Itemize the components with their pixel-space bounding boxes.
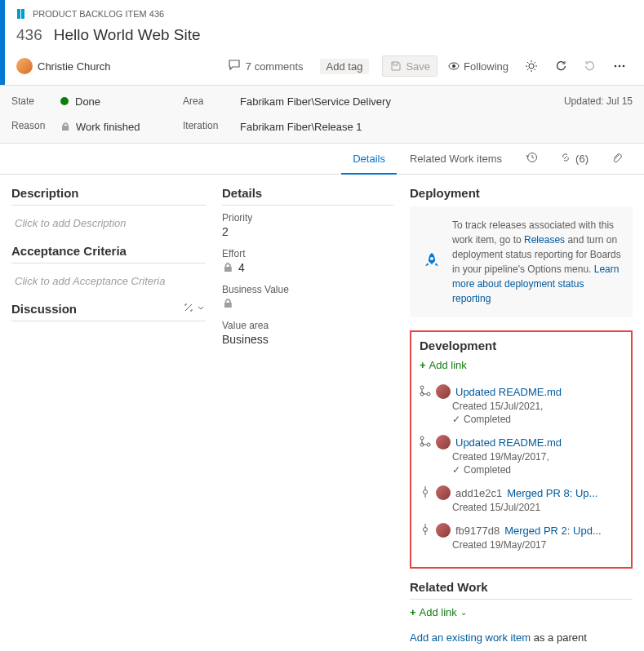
priority-label: Priority: [222, 212, 393, 224]
undo-button[interactable]: [577, 56, 603, 76]
author-avatar[interactable]: [16, 58, 33, 74]
reason-value[interactable]: 🔒︎Work finished: [60, 121, 183, 133]
plus-icon: +: [420, 359, 426, 371]
work-item-id: 436: [16, 26, 42, 44]
svg-point-13: [420, 436, 424, 440]
svg-point-16: [424, 489, 428, 494]
add-dev-link-button[interactable]: +Add link: [420, 359, 623, 371]
eye-icon: [447, 60, 460, 73]
user-avatar: [436, 523, 451, 538]
details-heading: Details: [222, 186, 393, 206]
links-count: (6): [575, 153, 588, 165]
releases-link[interactable]: Releases: [524, 234, 565, 246]
tab-attachments[interactable]: [600, 143, 633, 175]
add-parent-link[interactable]: Add an existing work item: [410, 631, 531, 644]
user-avatar: [436, 384, 451, 399]
effort-value[interactable]: 🔒︎4: [222, 261, 393, 274]
commit-icon: [420, 524, 431, 538]
development-heading: Development: [420, 339, 623, 352]
dev-status: Completed: [464, 414, 511, 425]
dev-link[interactable]: Merged PR 2: Upd...: [504, 525, 602, 537]
updated-text: Updated: Jul 15: [564, 95, 633, 133]
work-item-type: PRODUCT BACKLOG ITEM 436: [16, 8, 633, 20]
deployment-info: To track releases associated with this w…: [410, 206, 633, 317]
dev-item: Updated README.md Created 15/Jul/2021, ✓…: [420, 379, 623, 430]
follow-button[interactable]: Following: [441, 56, 515, 76]
check-icon: ✓: [452, 414, 460, 425]
related-heading: Related Work: [410, 580, 633, 600]
dev-created: Created 15/Jul/2021: [452, 502, 623, 513]
add-tag-button[interactable]: Add tag: [320, 59, 370, 74]
area-label: Area: [183, 95, 240, 107]
svg-rect-1: [21, 9, 24, 19]
dev-created: Created 15/Jul/2021,: [452, 401, 623, 412]
dev-created: Created 19/May/2017,: [452, 451, 623, 463]
svg-point-9: [430, 257, 433, 260]
svg-point-15: [427, 443, 430, 446]
lock-icon: 🔒︎: [222, 261, 233, 274]
work-item-title[interactable]: Hello World Web Site: [54, 26, 201, 44]
chevron-down-icon[interactable]: [196, 302, 206, 316]
follow-label: Following: [464, 60, 509, 73]
dev-item: fb9177d8 Merged PR 2: Upd... Created 19/…: [420, 518, 623, 556]
dev-status: Completed: [464, 464, 511, 476]
svg-point-12: [427, 392, 430, 396]
comments-button[interactable]: 7 comments: [228, 59, 304, 74]
area-value[interactable]: Fabrikam Fiber\Service Delivery: [240, 95, 391, 108]
svg-rect-0: [17, 9, 20, 19]
discussion-heading: Discussion: [11, 302, 77, 316]
pr-icon: [420, 436, 431, 450]
dev-item: Updated README.md Created 19/May/2017, ✓…: [420, 430, 623, 480]
priority-value[interactable]: 2: [222, 225, 393, 238]
more-button[interactable]: [606, 56, 633, 76]
va-value[interactable]: Business: [222, 333, 393, 346]
user-avatar: [436, 485, 451, 500]
iteration-label: Iteration: [183, 120, 240, 131]
add-related-link-button[interactable]: +Add link ⌄: [410, 606, 633, 618]
reason-label: Reason: [11, 120, 60, 131]
bv-label: Business Value: [222, 284, 393, 295]
comments-label: 7 comments: [246, 60, 304, 73]
pbi-icon: [16, 8, 28, 20]
type-label: PRODUCT BACKLOG ITEM 436: [33, 9, 164, 19]
va-label: Value area: [222, 320, 393, 331]
dev-created: Created 19/May/2017: [452, 539, 623, 551]
state-dot-icon: [60, 97, 69, 105]
tab-details[interactable]: Details: [341, 144, 397, 175]
state-label: State: [11, 95, 60, 107]
pr-icon: [420, 385, 431, 399]
description-field[interactable]: Click to add Description: [11, 212, 206, 244]
chevron-down-icon: ⌄: [460, 608, 467, 617]
plus-icon: +: [410, 606, 416, 618]
acceptance-field[interactable]: Click to add Acceptance Criteria: [11, 270, 206, 302]
check-icon: ✓: [452, 464, 460, 476]
tab-history[interactable]: [515, 143, 548, 175]
description-heading: Description: [11, 186, 206, 206]
tab-links[interactable]: (6): [549, 143, 598, 175]
acceptance-heading: Acceptance Criteria: [11, 244, 206, 264]
iteration-value[interactable]: Fabrikam Fiber\Release 1: [240, 121, 391, 133]
commit-hash: add1e2c1: [455, 487, 502, 499]
save-button[interactable]: Save: [382, 55, 437, 77]
ellipsis-icon: [613, 60, 626, 73]
state-value[interactable]: Done: [60, 95, 183, 108]
refresh-button[interactable]: [548, 56, 574, 76]
comment-icon: [228, 59, 241, 74]
undo-icon: [584, 60, 597, 73]
settings-button[interactable]: [518, 56, 544, 76]
dev-link[interactable]: Updated README.md: [455, 436, 562, 449]
tab-related[interactable]: Related Work items: [398, 144, 513, 173]
history-icon: [525, 151, 538, 166]
refresh-icon: [554, 60, 567, 73]
add-parent-row[interactable]: Add an existing work item as a parent: [410, 627, 633, 649]
expand-icon[interactable]: [183, 302, 194, 316]
lock-icon: 🔒︎: [222, 297, 233, 310]
rocket-icon: [421, 251, 442, 272]
author-name[interactable]: Christie Church: [38, 60, 111, 73]
svg-point-4: [529, 64, 534, 69]
bv-value[interactable]: 🔒︎: [222, 297, 393, 310]
commit-icon: [420, 486, 431, 500]
effort-label: Effort: [222, 248, 393, 259]
dev-link[interactable]: Merged PR 8: Up...: [507, 487, 597, 499]
dev-link[interactable]: Updated README.md: [455, 386, 562, 398]
